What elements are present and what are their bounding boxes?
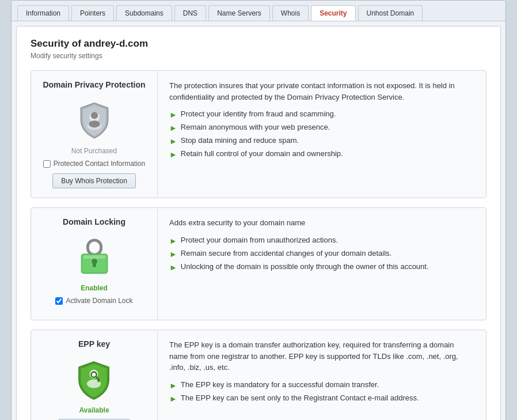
epp-desc: The EPP key is a domain transfer authori… <box>169 339 474 373</box>
locking-left: Domain Locking Enabled Ac <box>31 208 158 320</box>
list-item: ►Protect your domain from unauthorized a… <box>169 236 474 245</box>
svg-rect-9 <box>83 255 105 259</box>
locking-status: Enabled <box>81 284 108 292</box>
buy-whois-button[interactable]: Buy Whois Protection <box>52 173 136 188</box>
arrow-icon: ► <box>169 150 177 159</box>
locking-desc: Adds extra security to your domain name <box>169 217 474 229</box>
arrow-icon: ► <box>169 236 177 245</box>
lock-icon <box>77 238 112 278</box>
epp-title: EPP key <box>78 339 110 349</box>
epp-status: Available <box>79 406 109 414</box>
main-content: Security of andrey-d.com Modify security… <box>16 26 501 420</box>
tab-unhost[interactable]: Unhost Domain <box>358 5 423 21</box>
epp-left: EPP key Available Request EPP Key <box>31 330 158 420</box>
locking-right: Adds extra security to your domain name … <box>158 208 486 320</box>
tab-whois[interactable]: Whois <box>272 5 309 21</box>
domain-locking-card: Domain Locking Enabled Ac <box>31 207 486 320</box>
epp-right: The EPP key is a domain transfer authori… <box>158 330 486 420</box>
privacy-status: Not Purchased <box>71 147 117 155</box>
list-item: ►The EPP key is mandatory for a successf… <box>169 380 474 390</box>
locking-title: Domain Locking <box>63 217 126 226</box>
tab-security[interactable]: Security <box>311 5 355 21</box>
arrow-icon: ► <box>169 263 177 272</box>
locking-checkbox-row: Activate Domain Lock <box>55 297 132 305</box>
privacy-checkbox-label: Protected Contact Information <box>54 160 145 168</box>
tab-nameservers[interactable]: Name Servers <box>208 5 270 21</box>
list-item: ►Protect your identity from fraud and sc… <box>169 109 474 119</box>
privacy-right: The protection insures that your private… <box>158 71 486 198</box>
locking-checkbox[interactable] <box>55 297 63 305</box>
privacy-shield-icon <box>74 101 115 141</box>
privacy-left: Domain Privacy Protection Not Purchased … <box>31 71 158 198</box>
svg-point-3 <box>89 120 100 127</box>
list-item: ►The EPP key can be sent only to the Reg… <box>169 393 474 403</box>
tab-bar: Information Pointers Subdomains DNS Name… <box>12 1 505 21</box>
list-item: ►Unlocking of the domain is possible onl… <box>169 262 474 272</box>
tab-pointers[interactable]: Pointers <box>71 5 114 21</box>
arrow-icon: ► <box>169 394 177 403</box>
epp-key-card: EPP key Available Request EPP Key <box>31 330 486 420</box>
tab-subdomains[interactable]: Subdomains <box>116 5 172 21</box>
privacy-checkbox-row: Protected Contact Information <box>43 160 145 168</box>
locking-checkbox-label: Activate Domain Lock <box>66 297 132 305</box>
locking-bullets: ►Protect your domain from unauthorized a… <box>169 236 474 272</box>
privacy-checkbox[interactable] <box>43 160 51 168</box>
svg-rect-8 <box>93 263 96 267</box>
arrow-icon: ► <box>169 110 177 119</box>
tab-information[interactable]: Information <box>17 5 69 21</box>
list-item: ►Remain anonymous with your web presence… <box>169 123 474 133</box>
list-item: ►Remain secure from accidental changes o… <box>169 249 474 259</box>
page-subtitle: Modify security settings <box>31 52 486 60</box>
epp-bullets: ►The EPP key is mandatory for a successf… <box>169 380 474 403</box>
privacy-title: Domain Privacy Protection <box>43 80 145 89</box>
arrow-icon: ► <box>169 137 177 146</box>
svg-point-2 <box>90 112 97 119</box>
arrow-icon: ► <box>169 123 177 133</box>
list-item: ►Retain full control of your domain and … <box>169 149 474 159</box>
privacy-bullets: ►Protect your identity from fraud and sc… <box>169 109 474 159</box>
arrow-icon: ► <box>169 249 177 259</box>
tab-dns[interactable]: DNS <box>174 5 206 21</box>
page-title: Security of andrey-d.com <box>31 38 486 50</box>
svg-rect-4 <box>88 240 101 255</box>
epp-shield-icon <box>75 360 113 400</box>
privacy-desc: The protection insures that your private… <box>169 80 474 103</box>
list-item: ►Stop data mining and reduce spam. <box>169 136 474 146</box>
arrow-icon: ► <box>169 381 177 390</box>
privacy-protection-card: Domain Privacy Protection Not Purchased … <box>31 70 486 198</box>
